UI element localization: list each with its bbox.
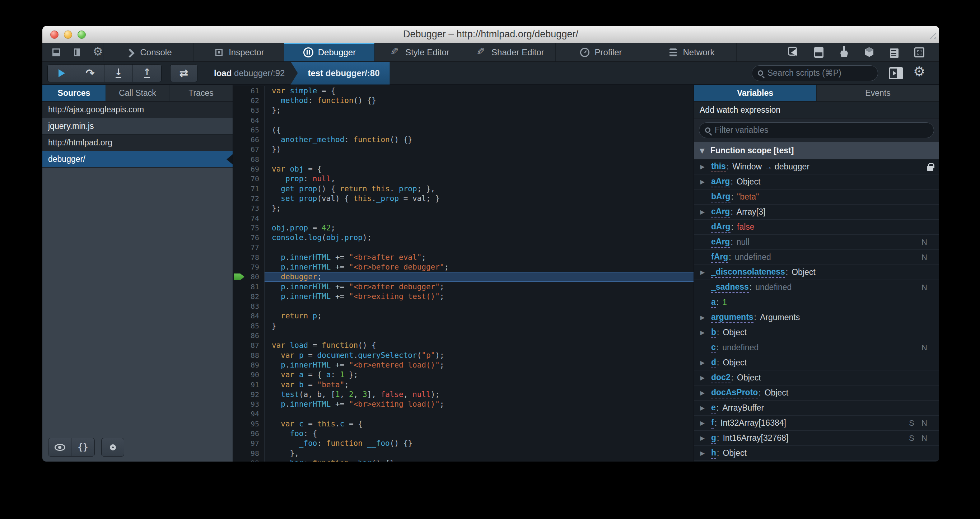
line-number-gutter[interactable]: 84 bbox=[233, 311, 264, 321]
responsive-mode-icon[interactable] bbox=[913, 46, 926, 59]
toggle-black-boxing-button[interactable] bbox=[170, 64, 197, 82]
line-number-gutter[interactable]: 77 bbox=[233, 243, 264, 252]
variable-row[interactable]: ▶doc2:Object bbox=[694, 370, 939, 385]
line-number-gutter[interactable]: 86 bbox=[233, 331, 264, 340]
code-line[interactable]: 97 _foo: function __foo() {} bbox=[233, 439, 694, 448]
line-number-gutter[interactable]: 75 bbox=[233, 223, 264, 232]
scratchpad-icon[interactable] bbox=[888, 46, 901, 59]
source-group[interactable]: http://ajax.googleapis.com bbox=[42, 102, 232, 118]
paintbrush-icon[interactable] bbox=[837, 46, 851, 59]
code-line[interactable]: 86 bbox=[233, 331, 694, 340]
debugger-options-gear-icon[interactable] bbox=[913, 67, 926, 80]
variable-row[interactable]: ▶_disconsolateness:Object bbox=[694, 265, 939, 280]
pick-element-icon[interactable] bbox=[787, 46, 800, 59]
toggle-panel-icon[interactable] bbox=[889, 67, 903, 79]
variable-row[interactable]: ▶arguments:Arguments bbox=[694, 310, 939, 325]
variable-row[interactable]: a:1 bbox=[694, 295, 939, 310]
add-watch-expression[interactable]: Add watch expression bbox=[694, 102, 939, 118]
line-number-gutter[interactable]: 66 bbox=[233, 135, 264, 144]
code-line[interactable]: 75obj.prop = 42; bbox=[233, 223, 694, 232]
line-number-gutter[interactable]: 89 bbox=[233, 360, 264, 370]
code-line[interactable]: 78 p.innerHTML += "<br>after eval"; bbox=[233, 252, 694, 262]
line-number-gutter[interactable]: 63 bbox=[233, 105, 264, 115]
code-line[interactable]: 70 _prop: null, bbox=[233, 174, 694, 184]
code-line[interactable]: 87var load = function() { bbox=[233, 341, 694, 350]
code-line[interactable]: 68 bbox=[233, 154, 694, 164]
line-number-gutter[interactable]: 70 bbox=[233, 174, 264, 184]
code-line[interactable]: 69var obj = { bbox=[233, 164, 694, 174]
tilt-3d-icon[interactable] bbox=[862, 46, 876, 59]
line-number-gutter[interactable]: 91 bbox=[233, 380, 264, 389]
script-search-box[interactable] bbox=[752, 65, 878, 81]
variable-row[interactable]: ▶f:Int32Array[16384]S N bbox=[694, 416, 939, 431]
line-number-gutter[interactable]: 87 bbox=[233, 341, 264, 350]
code-line[interactable]: 64 bbox=[233, 115, 694, 125]
search-input[interactable] bbox=[767, 68, 872, 78]
line-number-gutter[interactable]: 72 bbox=[233, 193, 264, 203]
code-line[interactable]: 77 bbox=[233, 243, 694, 252]
variable-row[interactable]: _sadness:undefinedN bbox=[694, 280, 939, 295]
code-line[interactable]: 99 bar: function _bar() {}, bbox=[233, 458, 694, 462]
code-line[interactable]: 72 set prop(val) { this._prop = val; } bbox=[233, 193, 694, 203]
collapse-scope-icon[interactable]: ▼ bbox=[700, 147, 705, 154]
code-line[interactable]: 92 test(a, b, [1, 2, 3], false, null); bbox=[233, 389, 694, 399]
dock-bottom-icon[interactable] bbox=[51, 47, 62, 58]
sidebar-tab-sources[interactable]: Sources bbox=[42, 85, 106, 101]
tab-network[interactable]: Network bbox=[646, 43, 737, 61]
step-out-button[interactable]: ↑ bbox=[133, 65, 161, 82]
code-line[interactable]: 61var simple = { bbox=[233, 86, 694, 96]
tab-style-editor[interactable]: Style Editor bbox=[375, 43, 465, 61]
variable-row[interactable]: ▶b:Object bbox=[694, 325, 939, 340]
line-number-gutter[interactable]: 99 bbox=[233, 458, 264, 462]
line-number-gutter[interactable]: 83 bbox=[233, 301, 264, 311]
code-line[interactable]: 90 var a = { a: 1 }; bbox=[233, 370, 694, 380]
line-number-gutter[interactable]: 76 bbox=[233, 232, 264, 242]
code-line[interactable]: 74 bbox=[233, 213, 694, 223]
code-line[interactable]: 76console.log(obj.prop); bbox=[233, 232, 694, 242]
line-number-gutter[interactable]: 68 bbox=[233, 154, 264, 164]
variable-row[interactable]: ▶e:ArrayBuffer bbox=[694, 401, 939, 416]
line-number-gutter[interactable]: 81 bbox=[233, 282, 264, 291]
split-console-icon[interactable] bbox=[812, 46, 826, 59]
tab-inspector[interactable]: Inspector bbox=[194, 43, 284, 61]
code-line[interactable]: 73}; bbox=[233, 204, 694, 213]
line-number-gutter[interactable]: 61 bbox=[233, 86, 264, 96]
zoom-window-button[interactable] bbox=[78, 30, 86, 39]
panel-tab-events[interactable]: Events bbox=[817, 85, 939, 101]
tab-debugger[interactable]: Debugger bbox=[284, 43, 375, 61]
line-number-gutter[interactable]: 73 bbox=[233, 204, 264, 213]
source-item[interactable]: debugger/ bbox=[42, 151, 232, 168]
line-number-gutter[interactable]: 97 bbox=[233, 439, 264, 448]
variable-row[interactable]: ▶aArg:Object bbox=[694, 174, 939, 189]
breadcrumb-frame[interactable]: load debugger/:92 bbox=[214, 68, 285, 78]
resume-button[interactable] bbox=[48, 65, 76, 82]
variable-row[interactable]: ▶h:Object bbox=[694, 446, 939, 461]
code-line[interactable]: 84 return p; bbox=[233, 311, 694, 321]
line-number-gutter[interactable]: 92 bbox=[233, 389, 264, 399]
settings-icon[interactable] bbox=[92, 47, 103, 58]
code-line[interactable]: 89 p.innerHTML += "<br>entered load()"; bbox=[233, 360, 694, 370]
code-line[interactable]: 83 bbox=[233, 301, 694, 311]
filter-variables-input[interactable] bbox=[715, 125, 928, 135]
code-line[interactable]: 82 p.innerHTML += "<br>exiting test()"; bbox=[233, 291, 694, 301]
code-line[interactable]: 91 var b = "beta"; bbox=[233, 380, 694, 389]
filter-variables-box[interactable] bbox=[699, 123, 934, 138]
code-line[interactable]: 71 get prop() { return this._prop; }, bbox=[233, 184, 694, 193]
line-number-gutter[interactable]: 96 bbox=[233, 428, 264, 438]
dock-side-icon[interactable] bbox=[72, 47, 83, 58]
code-line[interactable]: 63}; bbox=[233, 105, 694, 115]
code-line[interactable]: 80 debugger; bbox=[233, 272, 694, 282]
line-number-gutter[interactable]: 71 bbox=[233, 184, 264, 193]
line-number-gutter[interactable]: 65 bbox=[233, 125, 264, 135]
code-line[interactable]: 67}) bbox=[233, 145, 694, 154]
line-number-gutter[interactable]: 95 bbox=[233, 419, 264, 428]
variable-row[interactable]: c:undefinedN bbox=[694, 340, 939, 355]
line-number-gutter[interactable]: 79 bbox=[233, 262, 264, 272]
line-number-gutter[interactable]: 88 bbox=[233, 350, 264, 360]
step-over-button[interactable] bbox=[76, 65, 105, 82]
code-line[interactable]: 94 bbox=[233, 409, 694, 419]
code-line[interactable]: 93 p.innerHTML += "<br>exiting load()"; bbox=[233, 400, 694, 409]
line-number-gutter[interactable]: 74 bbox=[233, 213, 264, 223]
variable-row[interactable]: ▶d:Object bbox=[694, 355, 939, 370]
variable-row[interactable]: dArg:false bbox=[694, 220, 939, 235]
